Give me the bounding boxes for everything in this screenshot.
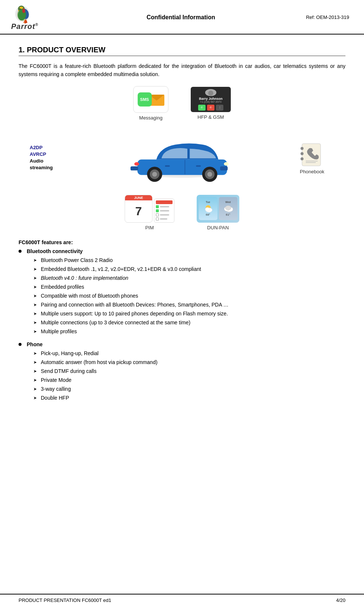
svg-rect-21 — [130, 166, 138, 170]
phonebook-item: Phonebook — [297, 141, 327, 174]
temp-2: 61° — [226, 213, 230, 216]
dunpan-icon-box: Tue 68° Wed — [197, 195, 239, 223]
checkbox-2 — [156, 209, 159, 212]
checklist-icon — [154, 199, 174, 223]
phonebook-label: Phonebook — [297, 169, 327, 174]
calendar-month: JUNE — [125, 195, 152, 200]
svg-point-23 — [134, 162, 139, 166]
hfp-call-buttons: ✆ ✆ ⋮ — [198, 105, 223, 111]
svg-point-15 — [208, 91, 213, 96]
list-item: Multiple profiles — [33, 328, 345, 335]
list-item: Pick-up, Hang-up, Redial — [33, 350, 345, 357]
svg-rect-32 — [165, 165, 170, 167]
decline-button: ✆ — [207, 105, 214, 111]
weather-day-1: Tue — [206, 201, 210, 203]
list-item: Embedded profiles — [33, 283, 345, 291]
check-line-3 — [156, 213, 173, 216]
a2dp-label: A2DP AVRCP Audio streaming — [30, 144, 53, 171]
illus-row-2: A2DP AVRCP Audio streaming — [19, 128, 345, 187]
weather-panel-1: Tue 68° — [199, 197, 217, 220]
logo-area: Parrot® — [11, 4, 56, 31]
list-item: 3-way calling — [33, 385, 345, 393]
bullet-phone — [19, 343, 22, 346]
footer: PRODUCT PRESENTATION FC6000T ed1 4/20 — [0, 594, 364, 606]
svg-point-9 — [22, 9, 25, 13]
contact-avatar-icon — [205, 89, 216, 96]
check-text-4 — [160, 218, 167, 220]
list-item: Send DTMF during calls — [33, 367, 345, 375]
dunpan-label: DUN-PAN — [207, 225, 229, 230]
weather-panel-2: Wed 61° — [219, 197, 237, 220]
list-item: Pairing and connection with all Bluetoot… — [33, 301, 345, 309]
footer-left: PRODUCT PRESENTATION FC6000T ed1 — [19, 597, 111, 603]
temp-1: 68° — [206, 213, 210, 216]
checkbox-3 — [156, 213, 159, 216]
calendar-icon: JUNE 7 — [125, 195, 153, 223]
contact-name: Barry Johnson — [199, 97, 223, 101]
weather-day-2: Wed — [225, 201, 231, 203]
check-text-2 — [160, 210, 169, 212]
svg-point-35 — [301, 152, 304, 155]
features-title: FC6000T features are: — [19, 239, 345, 245]
list-item: Bluetooth v4.0 : future implementation — [33, 274, 345, 282]
illus-row-3: JUNE 7 — [19, 195, 345, 230]
parrot-logo-text: Parrot® — [11, 22, 56, 31]
streaming-text: streaming — [30, 164, 53, 171]
phonebook-icon-box — [297, 141, 327, 169]
svg-point-34 — [301, 147, 304, 150]
check-line-4 — [156, 217, 173, 220]
header: Parrot® Confidential Information Ref: OE… — [0, 0, 364, 35]
pim-label: PIM — [145, 225, 154, 230]
footer-right: 4/20 — [336, 597, 345, 603]
list-item: Bluetooth Power Class 2 Radio — [33, 256, 345, 264]
phonebook-icon — [299, 142, 325, 168]
checkbox-4 — [156, 217, 159, 220]
svg-point-41 — [205, 207, 210, 211]
svg-point-26 — [152, 172, 157, 177]
check-text-1 — [160, 206, 169, 207]
svg-point-36 — [301, 157, 304, 160]
audio-text: Audio — [30, 158, 53, 164]
bullet-bluetooth — [19, 250, 22, 253]
svg-rect-20 — [220, 166, 227, 170]
messaging-label: Messaging — [139, 115, 163, 121]
check-line-2 — [156, 209, 173, 212]
list-item: Multiple connections (up to 3 device con… — [33, 319, 345, 327]
check-text-3 — [160, 214, 169, 216]
ref-label: Ref: OEM-2013-319 — [306, 14, 349, 20]
svg-point-8 — [20, 7, 23, 9]
illustration-area: SMS Messaging — [19, 86, 345, 230]
contact-number: +1 (234) 567-8970 — [200, 101, 222, 103]
a2dp-item: A2DP AVRCP Audio streaming — [30, 144, 53, 171]
a2dp-text: A2DP — [30, 144, 53, 151]
phone-category: Phone Pick-up, Hang-up, Redial Automatic… — [19, 341, 345, 402]
bluetooth-title: Bluetooth connectivity — [19, 248, 345, 254]
hfp-label: HFP & GSM — [197, 114, 224, 120]
svg-point-44 — [225, 206, 231, 210]
phone-list: Pick-up, Hang-up, Redial Automatic answe… — [19, 350, 345, 402]
pim-item: JUNE 7 — [125, 195, 174, 230]
calendar-day: 7 — [125, 200, 152, 222]
list-item: Automatic answer (from host via pickup c… — [33, 358, 345, 366]
phone-title: Phone — [19, 341, 345, 347]
pim-icons: JUNE 7 — [125, 195, 174, 223]
list-item: Double HFP — [33, 394, 345, 402]
hfp-item: Barry Johnson +1 (234) 567-8970 ✆ ✆ ⋮ HF… — [191, 87, 231, 120]
intro-paragraph: The FC6000T is a feature-rich Bluetooth … — [19, 62, 345, 79]
list-item: Compatible with most of Bluetooth phones — [33, 292, 345, 300]
check-line-1 — [156, 205, 173, 208]
list-item: Embedded Bluetooth .1, v1.2, v2.0+EDR, v… — [33, 265, 345, 273]
avrcp-text: AVRCP — [30, 151, 53, 158]
bluetooth-list: Bluetooth Power Class 2 Radio Embedded B… — [19, 256, 345, 335]
main-content: 1. PRODUCT OVERVIEW The FC6000T is a fea… — [0, 35, 364, 594]
checkbox-1 — [156, 205, 159, 208]
phone-category-label: Phone — [27, 341, 43, 347]
partly-cloudy-icon — [203, 204, 213, 212]
bluetooth-category-label: Bluetooth connectivity — [27, 248, 83, 254]
messaging-item: SMS Messaging — [133, 86, 168, 121]
features-section: FC6000T features are: Bluetooth connecti… — [19, 239, 345, 402]
hfp-avatar — [205, 89, 216, 96]
car-icon — [127, 134, 238, 182]
bluetooth-category: Bluetooth connectivity Bluetooth Power C… — [19, 248, 345, 335]
list-item: Multiple users support: Up to 10 paired … — [33, 310, 345, 318]
